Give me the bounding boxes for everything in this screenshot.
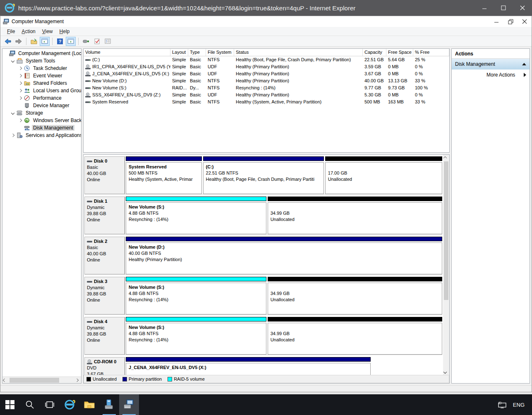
back-icon[interactable]	[3, 37, 13, 46]
partition-c[interactable]: (C:)22.51 GB NTFSHealthy (Boot, Page Fil…	[203, 156, 324, 194]
tree-item-windows-server-backup[interactable]: Windows Server Backup	[2, 117, 81, 124]
more-actions-item[interactable]: More Actions	[452, 70, 530, 80]
tree-item-computer-management[interactable]: Computer Management (Local	[2, 50, 81, 57]
partition-d[interactable]: New Volume (D:)40.00 GB NTFSHealthy (Pri…	[126, 237, 442, 274]
help-icon[interactable]: ?	[55, 37, 65, 46]
menu-help[interactable]: Help	[56, 28, 73, 35]
tree-item-storage[interactable]: Storage	[2, 109, 81, 117]
chevron-right-icon[interactable]	[19, 96, 22, 100]
scroll-right-icon[interactable]	[75, 377, 81, 383]
disk-vertical-scrollbar[interactable]	[443, 155, 449, 375]
cm-titlebar: Computer Management	[0, 16, 532, 27]
col-pct-free[interactable]: % Free	[413, 49, 449, 56]
scrollbar-thumb[interactable]	[444, 161, 448, 300]
unallocated-space[interactable]: 17.00 GBUnallocated	[325, 156, 442, 194]
tree-horizontal-scrollbar[interactable]	[2, 377, 81, 383]
disk4-label[interactable]: Disk 4 Dynamic39.88 GBOnline	[84, 317, 125, 355]
chevron-down-icon[interactable]	[11, 59, 14, 62]
computer-management-icon[interactable]	[119, 394, 139, 415]
check-document-icon[interactable]	[92, 37, 102, 46]
chevron-right-icon[interactable]	[19, 82, 22, 85]
scroll-up-icon[interactable]	[443, 155, 449, 161]
disk2-label[interactable]: Disk 2 Basic40.00 GBOnline	[84, 237, 125, 274]
language-indicator[interactable]: ENG	[513, 402, 525, 408]
scroll-left-icon[interactable]	[2, 377, 9, 383]
menu-file[interactable]: File	[4, 28, 18, 35]
chevron-right-icon[interactable]	[19, 89, 22, 92]
actions-section-disk-management[interactable]: Disk Management	[452, 59, 530, 70]
cdrom-media-x[interactable]: J_CENA_X64FREV_EN-US_DV5 (X:)	[126, 357, 371, 375]
volume-list-pane: Volume Layout Type File System Status Ca…	[83, 48, 450, 153]
volume-row[interactable]: SSS_X64FREV_EN-US_DV9 (Z:) SimpleBasicUD…	[84, 91, 449, 98]
task-view-icon[interactable]	[40, 394, 60, 415]
task-list-icon[interactable]	[103, 37, 113, 46]
volume-row[interactable]: New Volume (S:) RAID...Dy...NTFS Resynch…	[84, 84, 449, 91]
tree-item-event-viewer[interactable]: Event Viewer	[2, 72, 81, 79]
forward-icon[interactable]	[14, 37, 24, 46]
col-layout[interactable]: Layout	[170, 49, 188, 56]
chevron-down-icon[interactable]	[11, 111, 14, 115]
scrollbar-thumb[interactable]	[10, 378, 59, 383]
cdrom0-label[interactable]: CD-ROM 0 DVD3.67 GB	[84, 357, 125, 375]
toolbar: ?	[0, 36, 532, 47]
disk3-label[interactable]: Disk 3 Dynamic39.88 GBOnline	[84, 277, 125, 314]
show-console-tree-icon[interactable]	[40, 37, 50, 46]
volume-row[interactable]: New Volume (D:) SimpleBasicNTFS Healthy …	[84, 77, 449, 84]
chevron-right-icon[interactable]	[19, 119, 22, 122]
browser-minimize-button[interactable]	[475, 0, 494, 16]
tree-item-local-users-and-groups[interactable]: Local Users and Groups	[2, 87, 81, 94]
col-free-space[interactable]: Free Space	[386, 49, 413, 56]
tree-item-disk-management[interactable]: Disk Management	[2, 124, 81, 132]
partition-system-reserved[interactable]: System Reserved500 MB NTFSHealthy (Syste…	[126, 156, 202, 194]
console-icon[interactable]	[81, 37, 91, 46]
disk0-label[interactable]: Disk 0 Basic40.00 GBOnline	[84, 156, 125, 194]
tree-item-performance[interactable]: Performance	[2, 94, 81, 102]
internet-explorer-icon[interactable]	[60, 394, 79, 415]
export-list-icon[interactable]	[29, 37, 39, 46]
cm-minimize-button[interactable]	[489, 16, 503, 27]
partition-color-bar	[126, 237, 442, 241]
volume-row[interactable]: (C:) SimpleBasicNTFS Healthy (Boot, Page…	[84, 56, 449, 63]
actions-header: Actions	[452, 49, 530, 59]
chevron-right-icon[interactable]	[11, 134, 14, 137]
col-type[interactable]: Type	[188, 49, 206, 56]
taskbar: ENG	[0, 394, 532, 415]
show-action-pane-icon[interactable]	[66, 37, 76, 46]
col-capacity[interactable]: Capacity	[363, 49, 386, 56]
server-manager-icon[interactable]	[99, 394, 119, 415]
start-icon[interactable]	[0, 394, 20, 415]
raid5-volume-s[interactable]: New Volume (S:)4.88 GB NTFSResynching : …	[126, 197, 266, 234]
browser-close-button[interactable]	[513, 0, 532, 16]
chevron-right-icon[interactable]	[19, 67, 22, 70]
search-icon[interactable]	[20, 394, 40, 415]
cm-close-button[interactable]	[518, 16, 532, 27]
volume-row[interactable]: J_CENA_X64FREV_EN-US_DV5 (X:) SimpleBasi…	[84, 70, 449, 77]
tree-item-device-manager[interactable]: Device Manager	[2, 102, 81, 109]
unallocated-space[interactable]: 34.99 GBUnallocated	[268, 197, 442, 234]
raid5-volume-s[interactable]: New Volume (S:)4.88 GB NTFSResynching : …	[126, 317, 266, 355]
tree-item-task-scheduler[interactable]: Task Scheduler	[2, 65, 81, 72]
col-status[interactable]: Status	[234, 49, 363, 56]
col-volume[interactable]: Volume	[84, 49, 170, 56]
col-file-system[interactable]: File System	[206, 49, 234, 56]
volume-row[interactable]: System Reserved SimpleBasicNTFS Healthy …	[84, 98, 449, 106]
disk1-label[interactable]: Disk 1 Dynamic39.88 GBOnline	[84, 197, 125, 234]
raid5-volume-s[interactable]: New Volume (S:)4.88 GB NTFSResynching : …	[126, 277, 266, 314]
unallocated-space[interactable]: 34.99 GBUnallocated	[268, 317, 442, 355]
scroll-down-icon[interactable]	[443, 369, 449, 375]
tree-item-shared-folders[interactable]: Shared Folders	[2, 79, 81, 87]
tree-item-services-and-applications[interactable]: Services and Applications	[2, 132, 81, 139]
browser-maximize-button[interactable]	[494, 0, 513, 16]
cm-restore-button[interactable]	[503, 16, 518, 27]
keyboard-icon[interactable]	[497, 401, 507, 408]
volume-row[interactable]: IR1_CPRA_X64FREV_EN-US_DV5 (Y:) SimpleBa…	[84, 63, 449, 70]
chevron-right-icon[interactable]	[19, 74, 22, 77]
performance-icon	[24, 95, 30, 101]
collapse-icon[interactable]	[522, 63, 526, 65]
menu-view[interactable]: View	[39, 28, 56, 35]
menu-action[interactable]: Action	[18, 28, 38, 35]
unallocated-space[interactable]: 34.99 GBUnallocated	[268, 277, 442, 314]
legend-primary-partition: Primary partition	[122, 377, 162, 381]
tree-item-system-tools[interactable]: System Tools	[2, 57, 81, 65]
file-explorer-icon[interactable]	[79, 394, 99, 415]
